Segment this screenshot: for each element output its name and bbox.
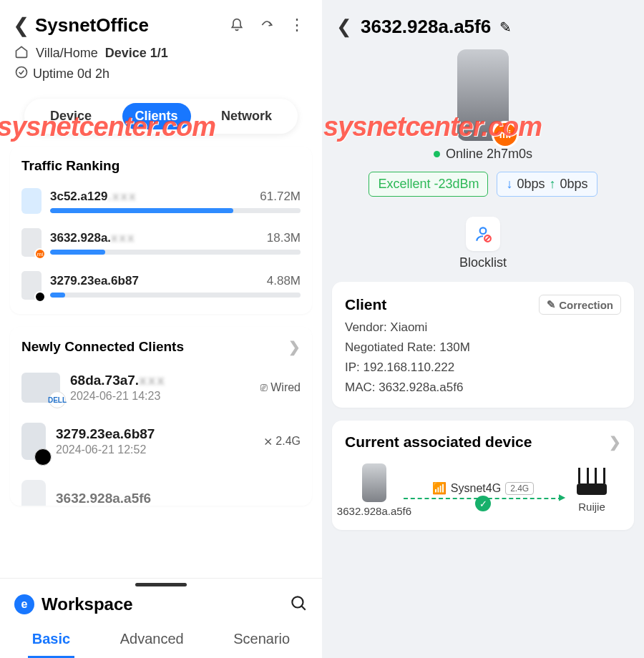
check-icon: ✓ (475, 496, 491, 511)
router-icon (570, 468, 614, 498)
client-item[interactable]: 3279.23ea.6b87 2024-06-21 12:52 ⨯2.4G (21, 413, 301, 470)
drag-handle[interactable] (135, 583, 187, 586)
edit-icon[interactable]: ✎ (499, 19, 512, 36)
client-time: 2024-06-21 14:23 (70, 390, 250, 403)
kv-label: Negotiated Rate: (345, 340, 439, 354)
kv-value: 3632.928a.a5f6 (379, 380, 463, 394)
ethernet-icon: ⎚ (260, 381, 268, 394)
kv-label: Vendor: (345, 320, 390, 334)
kv-value: 130M (439, 340, 470, 354)
phone-icon (21, 480, 46, 506)
svg-point-2 (480, 227, 487, 234)
assoc-client-name: 3632.928a.a5f6 (337, 505, 411, 517)
client-card-title: Client (345, 296, 386, 313)
client-title: 3632.928a.a5f6 (361, 16, 491, 38)
xiaomi-badge-icon: mi (492, 121, 519, 148)
wifi-icon: 📶 (432, 481, 447, 495)
correction-button[interactable]: ✎ Correction (539, 295, 621, 315)
device-image: mi (457, 49, 509, 141)
phone-icon (21, 271, 42, 300)
pencil-icon: ✎ (547, 298, 556, 311)
ws-tab-basic[interactable]: Basic (28, 624, 74, 658)
traffic-item[interactable]: 3c52.a129.xxx 61.72M (21, 181, 301, 221)
ws-tab-scenario[interactable]: Scenario (229, 624, 294, 658)
kv-label: IP: (345, 360, 364, 374)
correction-label: Correction (559, 299, 613, 311)
back-icon[interactable]: ❮ (336, 16, 352, 38)
status-dot-icon (434, 151, 440, 157)
share-icon[interactable] (255, 13, 279, 37)
kv-label: MAC: (345, 380, 379, 394)
traffic-name: 3632.928a. (50, 231, 111, 245)
client-time: 2024-06-21 12:52 (56, 443, 253, 456)
svg-point-0 (16, 67, 27, 78)
client-item[interactable]: DELL 68da.73a7.xxx 2024-06-21 14:23 ⎚Wir… (21, 363, 301, 413)
traffic-item[interactable]: mi 3632.928a.xxx 18.3M (21, 221, 301, 264)
signal-chip: Excellent -23dBm (369, 172, 488, 197)
newly-connected-title: Newly Connected Clients (21, 339, 184, 355)
phone-icon: mi (21, 228, 42, 257)
site-name: SysnetOffice (35, 14, 219, 36)
client-name: 3279.23ea.6b87 (56, 426, 253, 442)
ssid-label: Sysnet4G (451, 482, 501, 495)
chevron-right-icon[interactable]: ❯ (288, 338, 301, 355)
client-info-card: Client ✎ Correction Vendor: Xiaomi Negot… (332, 282, 634, 408)
laptop-icon: DELL (21, 373, 60, 403)
traffic-usage: 4.88M (267, 274, 301, 288)
tab-clients[interactable]: Clients (122, 103, 191, 129)
clients-screen: ❮ SysnetOffice ⋮ Villa/Home Device 1/1 U… (0, 0, 322, 658)
tab-device[interactable]: Device (37, 103, 104, 129)
more-icon[interactable]: ⋮ (285, 13, 309, 37)
workspace-panel: e Workspace Basic Advanced Scenario (0, 578, 322, 658)
newly-connected-card: Newly Connected Clients ❯ DELL 68da.73a7… (10, 327, 312, 506)
client-device-icon (362, 463, 386, 502)
traffic-name: 3c52.a129 (50, 190, 107, 203)
kv-value: 192.168.110.222 (364, 360, 455, 374)
traffic-name: 3279.23ea.6b87 (50, 274, 139, 288)
location-label: Villa/Home (36, 46, 98, 61)
conn-label: Wired (270, 381, 301, 394)
band-badge: 2.4G (505, 482, 534, 495)
traffic-item[interactable]: 3279.23ea.6b87 4.88M (21, 264, 301, 307)
device-count: Device 1/1 (105, 46, 168, 61)
blocklist-icon (466, 217, 500, 251)
kv-value: Xiaomi (390, 320, 427, 334)
rate-chip: ↓0bps ↑0bps (497, 172, 597, 197)
uptime-label: Uptime 0d 2h (33, 67, 109, 82)
wifi-icon: ⨯ (263, 435, 273, 448)
checkmark-circle-icon (14, 65, 29, 83)
phone-icon (21, 423, 46, 460)
tab-network[interactable]: Network (208, 103, 285, 129)
svg-point-1 (292, 596, 303, 607)
traffic-usage: 18.3M (267, 231, 301, 245)
associated-device-card[interactable]: Current associated device ❯ 3632.928a.a5… (332, 421, 634, 530)
rate-down: 0bps (517, 177, 545, 192)
traffic-ranking-card: Traffic Ranking 3c52.a129.xxx 61.72M mi … (10, 147, 312, 314)
chevron-right-icon[interactable]: ❯ (609, 433, 621, 451)
conn-label: 2.4G (275, 435, 301, 448)
rate-up: 0bps (560, 177, 588, 192)
client-item[interactable]: 3632.928a.a5f6 (21, 470, 301, 506)
ws-tab-advanced[interactable]: Advanced (116, 624, 188, 658)
assoc-title: Current associated device (345, 433, 532, 451)
search-icon[interactable] (289, 594, 308, 615)
client-name: 3632.928a.a5f6 (56, 491, 301, 506)
blocklist-label: Blocklist (459, 255, 507, 270)
home-icon (14, 44, 29, 62)
traffic-usage: 61.72M (260, 190, 301, 204)
assoc-ap-name: Ruijie (578, 501, 605, 513)
workspace-title: Workspace (42, 594, 133, 614)
client-detail-screen: ❮ 3632.928a.a5f6 ✎ mi Online 2h7m0s Exce… (322, 0, 644, 658)
bell-icon[interactable] (225, 13, 249, 37)
view-tabs: Device Clients Network (24, 99, 298, 134)
client-name: 68da.73a7. (70, 373, 139, 388)
traffic-ranking-title: Traffic Ranking (21, 158, 301, 174)
workspace-logo-icon: e (14, 594, 34, 614)
online-label: Online 2h7m0s (446, 147, 532, 162)
blocklist-button[interactable]: Blocklist (322, 217, 644, 270)
camera-icon (21, 188, 42, 214)
back-icon[interactable]: ❮ (13, 14, 29, 37)
